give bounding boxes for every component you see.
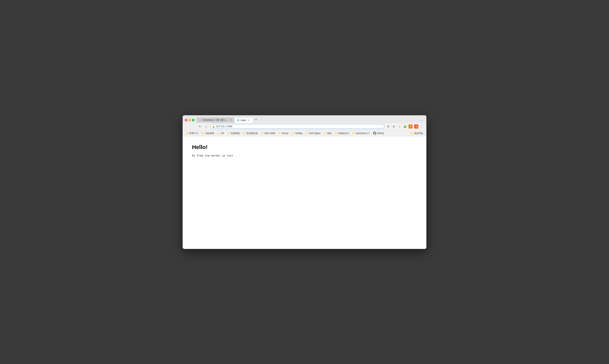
bookmark-feng[interactable]: 📁 冯总推荐 [200,131,216,135]
bookmark-label-os: OS [221,132,224,135]
tab-substrate[interactable]: ✓ Substrate入门课【第三课作业】 ✕ [197,117,234,123]
github-icon [373,132,376,135]
new-tab-button[interactable]: + [253,117,259,122]
bookmarks-bar: 📁 常用门户 📁 冯总推荐 📁 OS 📁 交易系统 📁 区块链开发 📁 DeFi… [183,130,426,136]
browser-window: ✓ Substrate入门课【第三课作业】 ✕ 🌐 Hello! ✕ + ⌄ ‹… [183,115,426,249]
menu-icon: ⋮ [421,125,423,128]
bookmark-label-fengkong: 风控 [327,132,332,135]
minimize-button[interactable] [188,119,191,121]
folder-icon-os: 📁 [217,132,220,135]
tab-title-substrate: Substrate入门课【第三课作业】 [203,118,228,122]
back-button[interactable]: ‹ [185,124,190,129]
translate-button[interactable]: A [385,124,391,129]
bookmark-label-others: 其他书签 [414,132,423,135]
bookmark-jiaoyi[interactable]: 📁 交易系统 [226,131,241,135]
page-body-text: Hi from tcp-server in rust [192,154,417,157]
tab-title-hello: Hello! [240,119,246,122]
share-button[interactable]: ⬆ [391,124,396,129]
maximize-button[interactable] [192,119,194,121]
bookmark-label-jiaoyi: 交易系统 [231,132,240,135]
menu-button[interactable]: ⋮ [419,124,424,129]
share-icon: ⬆ [393,125,395,128]
window-controls [185,119,194,123]
profile-button[interactable]: P [408,124,413,129]
page-title: Hello! [192,144,417,150]
bookmark-label-changyong: 常用门户 [189,132,198,135]
tab-dropdown-button[interactable]: ⌄ [419,117,424,123]
bookmark-server[interactable]: 📁 Server [277,131,290,135]
bookmark-os[interactable]: 📁 OS [216,131,225,135]
toolbar: ‹ › ↻ ⌂ 🔒 A ⬆ ☆ 🧩 P M [183,123,426,130]
folder-icon-server: 📁 [278,132,281,135]
tab-row: ✓ Substrate入门课【第三课作业】 ✕ 🌐 Hello! ✕ + ⌄ [185,117,424,123]
bookmark-others[interactable]: 📁 其他书签 [409,131,424,135]
close-button[interactable] [185,119,187,121]
bookmark-label-blockchain: 区块链开发 [247,132,258,135]
bookmark-label-github: GitHub [377,132,384,135]
bookmark-github[interactable]: GitHub [372,131,385,135]
title-bar: ✓ Substrate入门课【第三课作业】 ✕ 🌐 Hello! ✕ + ⌄ [183,115,426,123]
bookmark-label-substrate: Substrate入门 [356,132,370,135]
bookmark-label-server: Server [282,132,288,135]
address-input[interactable] [216,125,382,128]
tab-favicon-substrate: ✓ [199,119,201,121]
bookmark-defi-amm[interactable]: 📁 DeFi AMM [260,131,277,135]
extension-avatar-button[interactable]: M [414,124,419,129]
folder-icon-defi-amm: 📁 [261,132,264,135]
folder-icon-jiaoyi: 📁 [227,132,230,135]
folder-icon-solidity: 📁 [292,132,294,135]
forward-button[interactable]: › [191,124,196,129]
bookmark-blockchain[interactable]: 📁 区块链开发 [242,131,259,135]
folder-icon-blockchain: 📁 [243,132,246,135]
folder-icon-fengkong: 📁 [324,132,326,135]
bookmark-label-dolphin: dolphin2.0 [338,132,349,135]
secure-icon: 🔒 [212,125,215,128]
bookmark-changyong[interactable]: 📁 常用门户 [185,131,200,135]
bookmark-substrate[interactable]: 📁 Substrate入门 [351,131,371,135]
folder-icon-feng: 📁 [202,132,204,135]
folder-icon-dolphin: 📁 [335,132,338,135]
tab-favicon-hello: 🌐 [237,119,239,122]
bookmark-label-solidity: Solidity [295,132,303,135]
home-button[interactable]: ⌂ [204,124,209,129]
page-content: Hello! Hi from tcp-server in rust [183,136,426,249]
extensions-button[interactable]: 🧩 [402,124,408,129]
profile-avatar: P [409,124,413,129]
bookmark-label-defi-amm: DeFi AMM [265,132,275,135]
toolbar-actions: A ⬆ ☆ 🧩 P M ⋮ [385,124,424,129]
folder-icon-changyong: 📁 [186,132,189,135]
bookmark-button[interactable]: ☆ [397,124,402,129]
folder-icon-defi-option: 📁 [306,132,308,135]
reload-button[interactable]: ↻ [197,124,202,129]
tab-hello[interactable]: 🌐 Hello! ✕ [235,118,252,123]
translate-icon: A [387,125,389,128]
extension-icon: M [414,124,418,129]
tab-close-substrate[interactable]: ✕ [229,119,232,121]
bookmark-label-feng: 冯总推荐 [205,132,214,135]
star-icon: ☆ [398,125,401,128]
folder-icon-others: 📁 [411,132,413,135]
tab-close-hello[interactable]: ✕ [248,119,250,122]
bookmark-fengkong[interactable]: 📁 风控 [322,131,333,135]
folder-icon-substrate: 📁 [352,132,355,135]
puzzle-icon: 🧩 [403,125,407,128]
address-bar[interactable]: 🔒 [210,124,384,129]
bookmark-solidity[interactable]: 📁 Solidity [291,131,304,135]
bookmark-label-defi-option: Defi Option [309,132,320,135]
bookmark-dolphin[interactable]: 📁 dolphin2.0 [333,131,350,135]
bookmark-defi-option[interactable]: 📁 Defi Option [304,131,322,135]
